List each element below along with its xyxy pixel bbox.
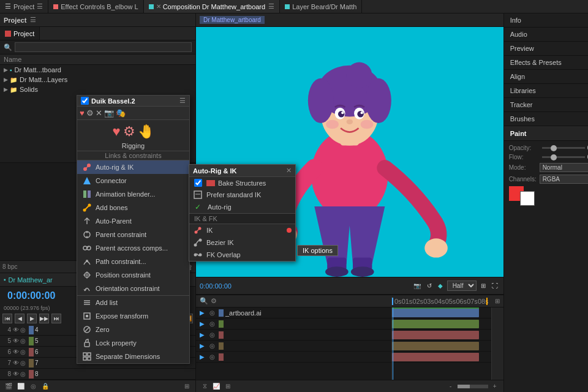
layer-eye-4[interactable]: 👁 xyxy=(13,326,20,333)
file-item-1[interactable]: ▶ 📁 Dr Matt...Layers xyxy=(0,75,195,85)
right-panel-info[interactable]: Info xyxy=(504,13,588,28)
duik-menu-add-list[interactable]: Add list xyxy=(77,296,189,309)
timeline-name-row-7[interactable]: ▶ ◎ xyxy=(196,341,391,352)
duik-menu-position-constraint[interactable]: Position constraint xyxy=(77,268,189,282)
tl-columns-btn[interactable]: ⊞ xyxy=(223,382,233,391)
project-tab-main[interactable]: Project xyxy=(0,27,40,40)
tl-zoom-in-btn[interactable]: + xyxy=(490,382,500,391)
solo-btn[interactable]: ◎ xyxy=(28,382,38,391)
tl-solo-7[interactable]: ◎ xyxy=(209,342,217,349)
duik-menu-icon[interactable]: ☰ xyxy=(179,97,186,105)
tl-expand-5[interactable]: ▶ xyxy=(200,320,209,327)
layer-eye-8[interactable]: 👁 xyxy=(13,371,20,377)
autorig-bake-structures[interactable]: Bake Structures xyxy=(189,177,295,189)
refresh-btn[interactable]: ↺ xyxy=(425,282,434,290)
flow-slider[interactable] xyxy=(542,156,585,158)
new-comp-timeline-btn[interactable]: 🎬 xyxy=(4,382,13,391)
timeline-name-row-8[interactable]: ▶ ◎ xyxy=(196,352,391,363)
layer-solo-4[interactable]: ◎ xyxy=(20,326,28,333)
mode-select[interactable]: Normal xyxy=(540,163,588,172)
duik-menu-orientation-constraint[interactable]: Orientation constraint xyxy=(77,282,189,295)
next-frame-btn[interactable]: ▶▶ xyxy=(39,314,49,323)
duik-menu-auto-parent[interactable]: Auto-Parent xyxy=(77,214,189,228)
duik-camera-icon[interactable]: 📷 xyxy=(104,108,114,118)
autorig-fk-overlap[interactable]: FK Overlap xyxy=(189,249,295,261)
tl-expand-7[interactable]: ▶ xyxy=(200,342,209,349)
tl-graph-btn[interactable]: 📈 xyxy=(211,382,221,391)
tab-project[interactable]: ☰ Project ☰ xyxy=(0,0,48,13)
tl-solo-5[interactable]: ◎ xyxy=(209,320,217,327)
bake-checkbox[interactable] xyxy=(194,179,202,187)
right-panel-audio[interactable]: Audio xyxy=(504,28,588,42)
expand-all-btn[interactable]: ⊞ xyxy=(182,382,192,391)
duik-x-icon[interactable]: ✕ xyxy=(96,108,102,118)
autorig-close-btn[interactable]: ✕ xyxy=(286,167,292,175)
track-row-5[interactable] xyxy=(392,318,491,330)
track-row-6[interactable] xyxy=(392,330,491,341)
autorig-ik[interactable]: IK xyxy=(189,224,295,236)
layer-eye-7[interactable]: 👁 xyxy=(13,360,20,366)
timeline-name-row-6[interactable]: ▶ ◎ xyxy=(196,330,391,341)
track-row-4[interactable] xyxy=(392,307,491,318)
vc-time-display[interactable]: 0:00:00:00 xyxy=(200,282,232,290)
project-menu-icon[interactable]: ☰ xyxy=(30,16,36,24)
duik-menu-parent-across-comps[interactable]: Parent accross comps... xyxy=(77,241,189,255)
camera-btn[interactable]: 📷 xyxy=(412,282,423,290)
tl-solo-4[interactable]: ◎ xyxy=(209,309,217,316)
right-panel-effects[interactable]: Effects & Presets xyxy=(504,56,588,70)
fullscreen-btn[interactable]: ⛶ xyxy=(490,282,500,290)
lock-timeline-btn[interactable]: 🔒 xyxy=(40,382,50,391)
duik-menu-add-bones[interactable]: Add bones xyxy=(77,201,189,214)
autorig-auto-rig[interactable]: ✓ Auto-rig xyxy=(189,201,295,213)
duik-menu-zero[interactable]: Zero xyxy=(77,323,189,336)
right-panel-preview[interactable]: Preview xyxy=(504,42,588,56)
layer-eye-6[interactable]: 👁 xyxy=(13,349,20,355)
duik-menu-separate-dimensions[interactable]: Separate Dimensions xyxy=(77,350,189,363)
duik-menu-connector[interactable]: Connector xyxy=(77,174,189,187)
play-btn[interactable]: ▶ xyxy=(27,314,37,323)
duik-menu-expose-transform[interactable]: Expose transform xyxy=(77,309,189,323)
autorig-prefer-ik[interactable]: Prefer standard IK xyxy=(189,189,295,201)
duik-hand-icon[interactable]: 🎭 xyxy=(116,108,126,118)
opacity-slider[interactable] xyxy=(542,147,585,149)
duik-menu-lock-property[interactable]: Lock property xyxy=(77,336,189,350)
time-display[interactable]: 0:00:00:00 xyxy=(4,288,59,304)
duik-menu-path-constraint[interactable]: Path constraint... xyxy=(77,255,189,268)
tl-search-icon[interactable]: 🔍 xyxy=(200,297,208,305)
layer-eye-5[interactable]: 👁 xyxy=(13,337,20,344)
last-frame-btn[interactable]: ⏭ xyxy=(51,314,61,323)
search-input[interactable] xyxy=(15,42,192,52)
first-frame-btn[interactable]: ⏮ xyxy=(2,314,12,323)
right-panel-brushes[interactable]: Brushes xyxy=(504,112,588,126)
tl-expand-8[interactable]: ▶ xyxy=(200,353,209,360)
duik-rig-icon[interactable]: ♥ xyxy=(80,108,85,118)
timeline-scroll-right[interactable] xyxy=(491,307,503,380)
right-panel-align[interactable]: Align xyxy=(504,70,588,84)
layer-solo-5[interactable]: ◎ xyxy=(20,337,28,344)
new-solid-btn[interactable]: ⬜ xyxy=(16,382,26,391)
layer-solo-8[interactable]: ◎ xyxy=(20,371,28,377)
timeline-tracks[interactable] xyxy=(392,307,491,380)
layer-row-8[interactable]: 8 👁 ◎ 8 xyxy=(0,369,195,380)
channels-select[interactable]: RGBA xyxy=(540,175,588,184)
duik-menu-parent-constraint[interactable]: Parent constraint xyxy=(77,228,189,241)
tl-add-marker-btn[interactable]: ⧖ xyxy=(200,382,209,391)
color-btn[interactable]: ◆ xyxy=(436,282,445,290)
tl-expand-4[interactable]: ▶ xyxy=(200,309,209,316)
duik-checkbox[interactable] xyxy=(81,97,89,105)
autorig-bezier-ik[interactable]: Bezier IK xyxy=(189,236,295,249)
timeline-name-row-5[interactable]: ▶ ◎ xyxy=(196,318,391,330)
tl-zoom-out-btn[interactable]: - xyxy=(446,382,456,391)
tl-settings-icon[interactable]: ⚙ xyxy=(211,297,217,305)
layer-solo-6[interactable]: ◎ xyxy=(20,349,28,355)
duik-gear-icon[interactable]: ⚙ xyxy=(86,108,94,118)
duik-menu-auto-rig-ik[interactable]: Auto-rig & IK xyxy=(77,160,189,174)
tl-solo-8[interactable]: ◎ xyxy=(209,353,217,360)
track-row-8[interactable] xyxy=(392,352,491,363)
tl-zoom-slider[interactable] xyxy=(458,385,488,388)
tab-layer[interactable]: Layer Beard/Dr Matth xyxy=(280,0,362,13)
layer-solo-7[interactable]: ◎ xyxy=(20,360,28,366)
fit-btn[interactable]: ⊞ xyxy=(479,282,488,290)
tl-solo-6[interactable]: ◎ xyxy=(209,331,217,338)
file-item-2[interactable]: ▶ 📁 Solids xyxy=(0,85,195,94)
